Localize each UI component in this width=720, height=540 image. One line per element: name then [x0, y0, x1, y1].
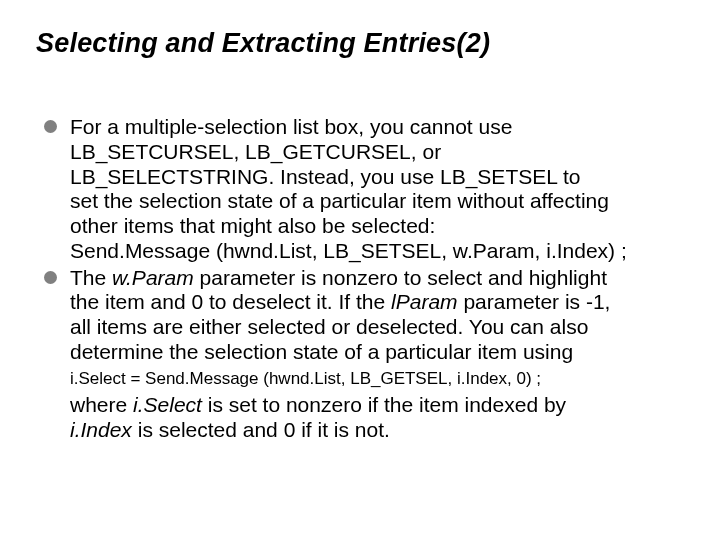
bullet-list: For a multiple-selection list box, you c… — [36, 115, 684, 365]
slide-title: Selecting and Extracting Entries(2) — [36, 28, 684, 59]
b2-l2c: parameter is -1, — [458, 290, 611, 313]
b2-l3: all items are either selected or deselec… — [70, 315, 588, 338]
code-line: i.Select = Send.Message (hwnd.List, LB_G… — [36, 368, 684, 389]
c1a: where — [70, 393, 133, 416]
b1-line5: other items that might also be selected: — [70, 214, 435, 237]
b2-p1a: The — [70, 266, 112, 289]
continuation: where i.Select is set to nonzero if the … — [36, 393, 684, 443]
c2a-iindex: i.Index — [70, 418, 132, 441]
b1-line2: LB_SETCURSEL, LB_GETCURSEL, or — [70, 140, 441, 163]
slide: Selecting and Extracting Entries(2) For … — [0, 0, 720, 540]
b2-p1c: parameter is nonzero to select and highl… — [194, 266, 607, 289]
c1c: is set to nonzero if the item indexed by — [202, 393, 566, 416]
b2-l2a: the item and 0 to deselect it. If the — [70, 290, 391, 313]
c1b-iselect: i.Select — [133, 393, 202, 416]
c2b: is selected and 0 if it is not. — [132, 418, 390, 441]
b2-lparam: lParam — [391, 290, 458, 313]
b1-line6: Send.Message (hwnd.List, LB_SETSEL, w.Pa… — [70, 239, 627, 262]
b1-line3: LB_SELECTSTRING. Instead, you use LB_SET… — [70, 165, 580, 188]
b2-wparam: w.Param — [112, 266, 194, 289]
b1-line4: set the selection state of a particular … — [70, 189, 609, 212]
bullet-item-2: The w.Param parameter is nonzero to sele… — [44, 266, 680, 365]
b2-l4: determine the selection state of a parti… — [70, 340, 573, 363]
bullet-item-1: For a multiple-selection list box, you c… — [44, 115, 680, 264]
b1-line1: For a multiple-selection list box, you c… — [70, 115, 512, 138]
